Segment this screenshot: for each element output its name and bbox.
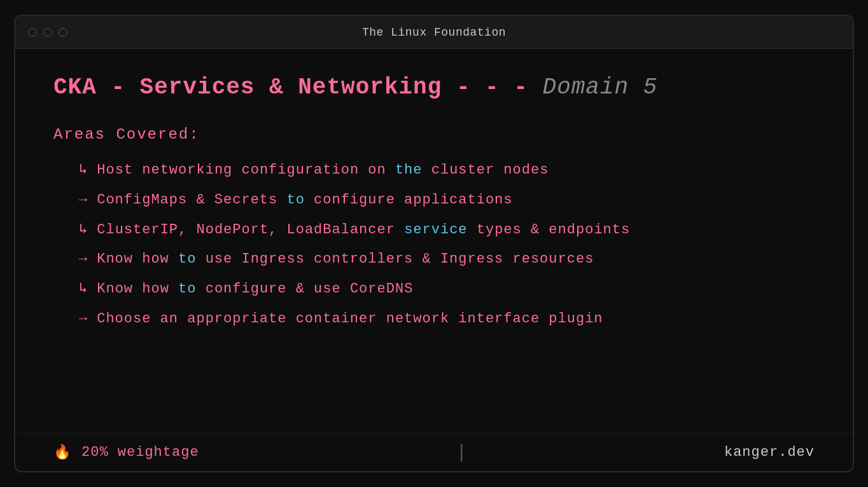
- list-item: → ConfigMaps & Secrets to configure appl…: [79, 191, 815, 210]
- item-text-6: Choose an appropriate container network …: [97, 310, 603, 329]
- list-item: ↳ ClusterIP, NodePort, LoadBalancer serv…: [79, 221, 815, 240]
- arrow-icon-2: →: [79, 191, 88, 210]
- footer-brand: kanger.dev: [724, 444, 815, 460]
- items-list: ↳ Host networking configuration on the c…: [53, 161, 815, 329]
- arrow-icon-3: ↳: [79, 221, 88, 240]
- list-item: → Choose an appropriate container networ…: [79, 310, 815, 329]
- main-content: CKA - Services & Networking - - - Domain…: [15, 49, 853, 433]
- page-title: CKA - Services & Networking - - - Domain…: [53, 74, 815, 100]
- title-separator: - - -: [456, 74, 543, 100]
- arrow-icon-1: ↳: [79, 161, 88, 181]
- footer: 🔥 20% weightage | kanger.dev: [15, 433, 853, 471]
- choose-text: Choose: [97, 311, 151, 327]
- footer-divider: |: [456, 442, 467, 463]
- highlight-the: the: [395, 162, 423, 178]
- window-title: The Linux Foundation: [362, 26, 506, 39]
- minimize-button-icon[interactable]: [43, 28, 52, 37]
- item-text-1: Host networking configuration on the clu…: [97, 161, 549, 181]
- list-item: → Know how to use Ingress controllers & …: [79, 250, 815, 270]
- list-item: ↳ Know how to configure & use CoreDNS: [79, 280, 815, 299]
- arrow-icon-6: →: [79, 310, 88, 329]
- list-item: ↳ Host networking configuration on the c…: [79, 161, 815, 181]
- highlight-to-2: to: [178, 251, 196, 267]
- arrow-icon-5: ↳: [79, 280, 88, 299]
- window-buttons: [28, 28, 67, 37]
- close-button-icon[interactable]: [28, 28, 37, 37]
- highlight-to-1: to: [286, 192, 304, 208]
- item-text-5: Know how to configure & use CoreDNS: [97, 280, 413, 299]
- terminal-window: The Linux Foundation CKA - Services & Ne…: [14, 15, 854, 472]
- highlight-to-3: to: [178, 281, 196, 297]
- titlebar: The Linux Foundation: [15, 16, 853, 49]
- item-text-3: ClusterIP, NodePort, LoadBalancer servic…: [97, 221, 630, 240]
- flame-icon: 🔥: [53, 444, 71, 461]
- arrow-icon-4: →: [79, 250, 88, 270]
- footer-left: 🔥 20% weightage: [53, 444, 199, 461]
- weightage-text: 20% weightage: [81, 444, 199, 460]
- areas-label: Areas Covered:: [53, 126, 815, 143]
- highlight-service: service: [404, 222, 467, 238]
- maximize-button-icon[interactable]: [59, 28, 67, 37]
- title-domain-text: Domain 5: [543, 74, 658, 100]
- item-text-2: ConfigMaps & Secrets to configure applic…: [97, 191, 512, 210]
- title-cka-text: CKA - Services & Networking: [53, 74, 442, 100]
- item-text-4: Know how to use Ingress controllers & In…: [97, 250, 594, 270]
